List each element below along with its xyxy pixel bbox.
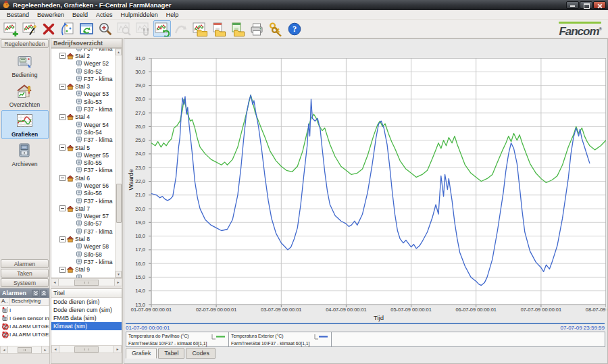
menu-item-help[interactable]: Help — [162, 11, 183, 18]
alarm-row[interactable]: I — [0, 306, 49, 314]
sidebar-button-taken[interactable]: Taken — [1, 269, 49, 278]
menu-item-beeld[interactable]: Beeld — [68, 11, 92, 18]
collapse-box-icon[interactable] — [59, 205, 66, 211]
send-graph-icon[interactable] — [59, 20, 76, 37]
alarm-row[interactable]: I ALARM UITGEZE — [0, 322, 49, 330]
collapse-box-icon[interactable] — [59, 114, 66, 120]
nav-header-regeleenheden[interactable]: Regeleenheden — [1, 39, 49, 48]
tree-item-weger-57[interactable]: Weger 57 — [51, 213, 115, 220]
tree-item-stal-9[interactable]: Stal 9 — [51, 266, 115, 274]
scroll-left-icon[interactable]: ◄ — [52, 346, 59, 353]
alarm-col-a[interactable]: A.. — [0, 298, 10, 305]
scroll-down-icon[interactable]: ▼ — [116, 271, 122, 278]
tree-item-f37-klima[interactable]: F37 - klima — [51, 258, 115, 265]
alarm-row[interactable]: I Geen sensor init. — [0, 314, 49, 322]
collapse-box-icon[interactable] — [59, 175, 66, 181]
scroll-right-icon[interactable]: ► — [113, 346, 121, 353]
legend-entry[interactable]: Temperatura Exterior (°C)FarmTree\Stal 1… — [228, 332, 332, 347]
sidebar-item-bediening[interactable]: Bediening — [1, 51, 49, 80]
tree-item-weger-56[interactable]: Weger 56 — [51, 182, 115, 189]
collapse-up-icon[interactable] — [40, 290, 47, 296]
alarm-horizontal-scrollbar[interactable]: ◄ ► — [0, 346, 49, 354]
alarm-row[interactable]: I ALARM UITGEZE — [0, 330, 49, 338]
tree-item-stal-2[interactable]: Stal 2 — [51, 52, 115, 59]
scroll-right-icon[interactable]: ► — [114, 279, 122, 286]
collapse-box-icon[interactable] — [59, 84, 66, 90]
graph-title-item[interactable]: FM4B data (sim) — [51, 314, 122, 322]
tree-item-silo-57[interactable]: Silo-57 — [51, 220, 115, 228]
tree-vertical-scrollbar[interactable]: ▲ ▼ — [115, 49, 122, 278]
tree-item-f37-klima[interactable]: F37 - klima — [51, 136, 115, 144]
minimize-button[interactable] — [566, 1, 579, 9]
sidebar-button-alarmen[interactable]: Alarmen — [1, 259, 49, 268]
scroll-left-icon[interactable]: ◄ — [51, 279, 59, 286]
graph-title-item[interactable]: Klimaat (sim) — [51, 322, 122, 330]
sidebar-item-grafieken[interactable]: Grafieken — [1, 110, 49, 139]
tree-item-silo-56[interactable]: Silo-56 — [51, 190, 115, 197]
tree-item[interactable] — [51, 274, 115, 278]
collapse-box-icon[interactable] — [59, 236, 66, 242]
alarm-col-beschrijving[interactable]: Beschrijving — [10, 298, 49, 305]
menu-item-acties[interactable]: Acties — [92, 11, 117, 18]
sidebar-item-overzichten[interactable]: Overzichten — [1, 80, 49, 109]
alarm-column-headers[interactable]: A.. Beschrijving — [0, 298, 49, 306]
sidebar-item-archieven[interactable]: Archieven — [1, 140, 49, 169]
chart-plot[interactable] — [149, 58, 606, 308]
tree-item-stal-4[interactable]: Stal 4 — [51, 113, 115, 121]
tree-item-f37-klima[interactable]: F37 - klima — [51, 228, 115, 235]
tree-item-weger-58[interactable]: Weger 58 — [51, 243, 115, 251]
tree-item-stal-8[interactable]: Stal 8 — [51, 235, 115, 242]
tree-item-stal-7[interactable]: Stal 7 — [51, 205, 115, 212]
tree-horizontal-scrollbar[interactable]: ◄ ► — [51, 278, 122, 286]
tree-item-f37-klima[interactable]: F37 - klima — [51, 75, 115, 82]
tree-item-stal-3[interactable]: Stal 3 — [51, 82, 115, 90]
tree-item-weger-52[interactable]: Weger 52 — [51, 60, 115, 68]
tree-item-f37-klima[interactable]: F37 - klima — [51, 197, 115, 205]
titles-horizontal-scrollbar[interactable]: ◄ ► — [51, 345, 122, 353]
scroll-right-icon[interactable]: ► — [41, 346, 49, 353]
tree-item-stal-6[interactable]: Stal 6 — [51, 174, 115, 182]
menu-item-hulpmiddelen[interactable]: Hulpmiddelen — [117, 11, 162, 18]
zoom-in-icon[interactable] — [97, 20, 114, 37]
titles-column-header[interactable]: Titel — [51, 289, 122, 298]
scrollbar-thumb[interactable] — [74, 280, 99, 286]
tree-item-weger-53[interactable]: Weger 53 — [51, 90, 115, 98]
collapse-down-icon[interactable] — [32, 290, 39, 296]
access-keys-icon[interactable] — [267, 20, 284, 37]
scrollbar-thumb[interactable] — [18, 347, 32, 353]
window-refresh-icon[interactable] — [78, 20, 95, 37]
open-calendar-folder-icon[interactable] — [210, 20, 228, 37]
sidebar-button-systeem[interactable]: Systeem — [1, 278, 49, 287]
graph-title-item[interactable]: Dode dieren (sim) — [51, 298, 122, 306]
tree-item-weger-54[interactable]: Weger 54 — [51, 121, 115, 128]
open-graph-folder-icon[interactable] — [191, 20, 209, 37]
tree-item-silo-54[interactable]: Silo-54 — [51, 128, 115, 136]
legend-entry[interactable]: Temperatura do Pavilhao (°C)FarmTree\Sta… — [126, 332, 229, 347]
menu-item-bewerken[interactable]: Bewerken — [33, 11, 68, 18]
close-button[interactable] — [593, 1, 606, 9]
tree-item-silo-55[interactable]: Silo-55 — [51, 159, 115, 166]
refresh-graph-icon[interactable] — [153, 20, 171, 37]
menu-item-bestand[interactable]: Bestand — [3, 11, 33, 18]
maximize-button[interactable] — [580, 1, 592, 9]
tab-tabel[interactable]: Tabel — [158, 348, 184, 359]
tree-item-silo-53[interactable]: Silo-53 — [51, 98, 115, 105]
graph-wizard-icon[interactable] — [21, 20, 39, 37]
tree-item-f37-klima[interactable]: F37 - klima — [51, 105, 115, 113]
delete-icon[interactable] — [40, 20, 57, 37]
tree-item-f37-klima[interactable]: F37 - klima — [51, 167, 115, 174]
new-graph-icon[interactable] — [2, 20, 20, 37]
print-icon[interactable] — [248, 20, 265, 37]
tree-item-silo-58[interactable]: Silo-58 — [51, 251, 115, 258]
tree-item-silo-52[interactable]: Silo-52 — [51, 68, 115, 75]
collapse-box-icon[interactable] — [59, 267, 66, 273]
tab-codes[interactable]: Codes — [186, 348, 215, 359]
scroll-up-icon[interactable]: ▲ — [116, 49, 122, 55]
collapse-box-icon[interactable] — [59, 145, 66, 151]
scrollbar-thumb[interactable] — [74, 346, 98, 353]
collapse-box-icon[interactable] — [59, 53, 66, 59]
save-calendar-folder-icon[interactable] — [229, 20, 247, 37]
scroll-left-icon[interactable]: ◄ — [1, 346, 8, 353]
tree-item-stal-5[interactable]: Stal 5 — [51, 144, 115, 151]
help-icon[interactable]: ? — [286, 20, 303, 37]
